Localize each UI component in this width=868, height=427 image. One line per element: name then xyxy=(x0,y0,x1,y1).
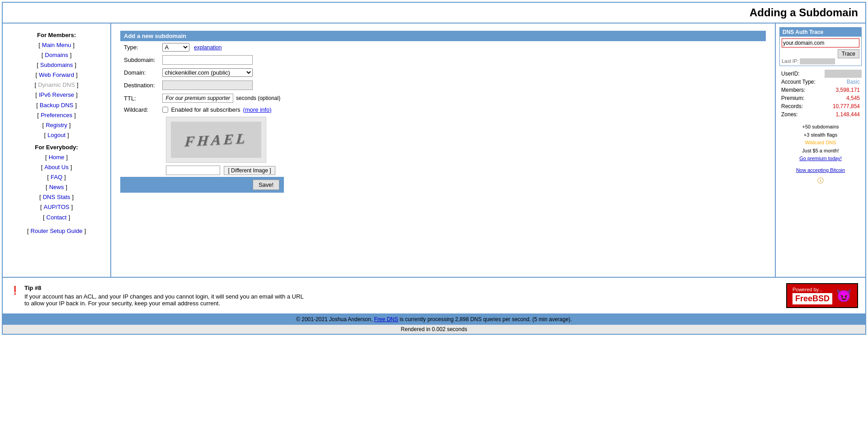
save-row: Save! xyxy=(120,177,284,193)
freebsd-devil-icon: 😈 xyxy=(836,288,852,303)
account-type-value: Basic xyxy=(825,78,862,86)
sidebar-item-domains[interactable]: [ Domains ] xyxy=(3,50,110,60)
records-stat-value: 10,777,854 xyxy=(825,102,862,110)
account-type-row: Account Type: Basic xyxy=(779,78,862,86)
page-title: Adding a Subdomain xyxy=(10,6,858,19)
wildcard-text: Enabled for all subscribers xyxy=(171,106,240,113)
zones-stat-value: 1,148,444 xyxy=(825,110,862,119)
members-stat-row: Members: 3,598,171 xyxy=(779,86,862,94)
form-fields-table: Type: A AAAA CNAME MX TXT NS explanation xyxy=(120,41,284,193)
userid-label: UserID: xyxy=(779,70,825,78)
rendered-time: Rendered in 0.002 seconds xyxy=(3,324,865,334)
type-label: Type: xyxy=(120,41,159,53)
bitcoin-link[interactable]: Now accepting Bitcoin xyxy=(796,167,845,173)
copyright-text: © 2001-2021 Joshua Anderson, xyxy=(296,316,373,323)
main-content: Add a new subdomain Type: A AAAA CNAME M… xyxy=(111,24,775,277)
records-stat-row: Records: 10,777,854 xyxy=(779,102,862,110)
domain-label: Domain: xyxy=(120,66,159,79)
captcha-text: FHAEL xyxy=(184,130,249,150)
add-subdomain-form: Add a new subdomain Type: A AAAA CNAME M… xyxy=(120,31,766,193)
footer-tip-section: ❗ Tip #8 If your account has an ACL, and… xyxy=(3,277,865,313)
ttl-label: TTL: xyxy=(120,92,159,104)
records-stat-label: Records: xyxy=(779,102,825,110)
sidebar-item-subdomains[interactable]: [ Subdomains ] xyxy=(3,60,110,70)
sidebar-item-about-us[interactable]: [ About Us ] xyxy=(3,162,110,172)
wildcard-more-info-link[interactable]: (more info) xyxy=(243,106,272,113)
sidebar-item-preferences[interactable]: [ Preferences ] xyxy=(3,110,110,120)
powered-label: Powered by... xyxy=(793,287,832,292)
right-panel: DNS Auth Trace Trace Last IP: ██████████… xyxy=(775,24,865,277)
destination-label: Destination: xyxy=(120,79,159,92)
sidebar-item-ipv6-reverse[interactable]: [ IPv6 Reverse ] xyxy=(3,90,110,100)
ttl-suffix: seconds (optional) xyxy=(236,95,280,101)
domain-row: Domain: chickenkiller.com (public) xyxy=(120,66,284,79)
subdomain-input[interactable] xyxy=(162,55,253,65)
everybody-section-title: For Everybody: xyxy=(3,144,110,151)
sidebar-item-aup-tos[interactable]: [ AUP/TOS ] xyxy=(3,202,110,212)
tip-icon: ❗ xyxy=(10,285,20,295)
trace-input[interactable] xyxy=(782,38,859,47)
wildcard-checkbox[interactable] xyxy=(162,107,168,113)
zones-stat-label: Zones: xyxy=(779,110,825,119)
members-stat-label: Members: xyxy=(779,86,825,94)
sidebar-item-dns-stats[interactable]: [ DNS Stats ] xyxy=(3,192,110,202)
zones-stat-row: Zones: 1,148,444 xyxy=(779,110,862,119)
premium-stat-value: 4,545 xyxy=(825,94,862,102)
tip-number: Tip #8 xyxy=(24,285,304,291)
dns-auth-trace-box: DNS Auth Trace Trace Last IP: ██████████ xyxy=(779,27,862,66)
sidebar-item-logout[interactable]: [ Logout ] xyxy=(3,130,110,140)
premium-stat-label: Premium: xyxy=(779,94,825,102)
userid-value: ██████ xyxy=(825,70,862,78)
go-premium-link[interactable]: Go premium today! xyxy=(799,156,842,161)
freebsd-logo: Powered by... FreeBSD 😈 xyxy=(786,283,858,308)
userid-row: UserID: ██████ xyxy=(779,70,862,78)
subdomain-label: Subdomain: xyxy=(120,53,159,66)
explanation-link[interactable]: explanation xyxy=(194,44,222,51)
subdomain-row: Subdomain: xyxy=(120,53,284,66)
ttl-row: TTL: For our premium supporter seconds (… xyxy=(120,92,284,104)
captcha-image: FHAEL xyxy=(171,122,261,158)
domain-select[interactable]: chickenkiller.com (public) xyxy=(162,68,253,77)
captcha-input[interactable] xyxy=(166,166,220,175)
sidebar-item-dynamic-dns: [ Dynamic DNS ] xyxy=(3,80,110,90)
sidebar-item-registry[interactable]: [ Registry ] xyxy=(3,120,110,130)
captcha-row: FHAEL [ Different Image ] xyxy=(120,115,284,177)
premium-line-2: +3 stealth flags xyxy=(779,131,862,139)
last-ip-label: Last IP: xyxy=(782,58,798,64)
sidebar-item-main-menu[interactable]: [ Main Menu ] xyxy=(3,40,110,50)
sidebar-item-news[interactable]: [ News ] xyxy=(3,182,110,192)
members-stat-value: 3,598,171 xyxy=(825,86,862,94)
different-image-button[interactable]: [ Different Image ] xyxy=(224,166,275,175)
account-type-label: Account Type: xyxy=(779,78,825,86)
sidebar-item-router-setup-guide[interactable]: [ Router Setup Guide ] xyxy=(3,226,110,236)
tip-text: If your account has an ACL, and your IP … xyxy=(24,293,304,307)
stats-table: UserID: ██████ Account Type: Basic Membe… xyxy=(779,70,862,119)
premium-line-3: Wildcard DNS xyxy=(779,139,862,147)
save-button[interactable]: Save! xyxy=(253,180,279,190)
sidebar-item-home[interactable]: [ Home ] xyxy=(3,152,110,162)
type-row: Type: A AAAA CNAME MX TXT NS explanation xyxy=(120,41,284,53)
sidebar-item-contact[interactable]: [ Contact ] xyxy=(3,213,110,223)
sidebar-item-web-forward[interactable]: [ Web Forward ] xyxy=(3,70,110,80)
type-select[interactable]: A AAAA CNAME MX TXT NS xyxy=(162,43,189,52)
sidebar: For Members: [ Main Menu ] [ Domains ] [… xyxy=(3,24,111,277)
trace-title: DNS Auth Trace xyxy=(780,28,861,37)
premium-stat-row: Premium: 4,545 xyxy=(779,94,862,102)
freebsd-label: FreeBSD xyxy=(793,293,832,304)
captcha-area: FHAEL [ Different Image ] xyxy=(162,117,280,175)
wildcard-row: Wildcard: Enabled for all subscribers (m… xyxy=(120,104,284,115)
bottom-footer: © 2001-2021 Joshua Anderson, Free DNS is… xyxy=(3,313,865,324)
members-section-title: For Members: xyxy=(3,32,110,38)
trace-button[interactable]: Trace xyxy=(838,49,859,58)
bitcoin-icon: ⓘ xyxy=(779,176,862,185)
last-ip-value: ██████████ xyxy=(800,58,835,64)
destination-input[interactable] xyxy=(162,81,253,90)
premium-promo-box: +50 subdomains +3 stealth flags Wildcard… xyxy=(779,123,862,185)
premium-line-4: Just $5 a month! xyxy=(779,147,862,155)
destination-row: Destination: xyxy=(120,79,284,92)
sidebar-item-backup-dns[interactable]: [ Backup DNS ] xyxy=(3,100,110,110)
freedns-link[interactable]: Free DNS xyxy=(374,316,398,323)
form-title: Add a new subdomain xyxy=(120,31,766,41)
ttl-premium-button[interactable]: For our premium supporter xyxy=(162,94,233,103)
sidebar-item-faq[interactable]: [ FAQ ] xyxy=(3,172,110,182)
